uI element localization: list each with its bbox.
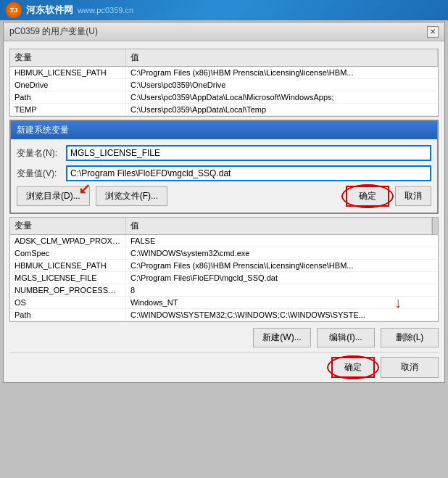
- brand-site-name: 河东软件网: [26, 4, 73, 17]
- sys-var-name: NUMBER_OF_PROCESSORS: [10, 284, 126, 296]
- sys-var-val: C:\Program Files (x86)\HBM Prenscia\Lice…: [126, 260, 438, 271]
- user-var-val: C:\Users\pc0359\OneDrive: [126, 79, 438, 91]
- edit-sys-var-button[interactable]: 编辑(I)...: [317, 328, 375, 347]
- user-var-val: C:\Users\pc0359\AppData\Local\Microsoft\…: [126, 91, 438, 103]
- var-val-row: 变量值(V):: [17, 165, 431, 181]
- table-row[interactable]: HBMUK_LICENSE_PATH C:\Program Files (x86…: [10, 260, 438, 272]
- sys-var-name: ComSpec: [10, 247, 126, 259]
- sys-vars-col-val: 值: [126, 218, 432, 234]
- sub-dialog-ok-button[interactable]: 确定: [346, 186, 389, 207]
- brand-bar: TJ 河东软件网 www.pc0359.cn: [0, 0, 448, 20]
- table-row[interactable]: TEMP C:\Users\pc0359\AppData\Local\Temp: [10, 104, 438, 116]
- table-row[interactable]: OS Windows_NT: [10, 297, 438, 309]
- sub-dialog-cancel-button[interactable]: 取消: [395, 186, 431, 206]
- sys-var-name: MGLS_LICENSE_FILE: [10, 272, 126, 284]
- sys-var-name: OS: [10, 297, 126, 308]
- main-dialog-titlebar: pC0359 的用户变量(U) ✕: [4, 22, 444, 41]
- final-cancel-button[interactable]: 取消: [381, 357, 439, 378]
- sys-var-name: HBMUK_LICENSE_PATH: [10, 260, 126, 271]
- final-ok-button[interactable]: 确定: [331, 357, 375, 378]
- user-vars-col-var: 变量: [10, 49, 126, 66]
- var-name-label: 变量名(N):: [17, 147, 60, 160]
- main-window: pC0359 的用户变量(U) ✕ 变量 值 HBMUK_LICENSE_PAT…: [3, 22, 445, 383]
- var-name-input[interactable]: [66, 145, 431, 161]
- user-var-name: HBMUK_LICENSE_PATH: [10, 67, 126, 78]
- brand-site-url: www.pc0359.cn: [78, 6, 133, 15]
- browse-dir-button[interactable]: 浏览目录(D)...: [17, 186, 90, 206]
- sub-dialog-btn-row: 浏览目录(D)... ↙ 浏览文件(F)... 确定 取消: [17, 186, 431, 207]
- user-var-name: TEMP: [10, 104, 126, 115]
- user-vars-table-body: HBMUK_LICENSE_PATH C:\Program Files (x86…: [10, 67, 438, 116]
- sys-vars-table-header: 变量 值: [10, 218, 438, 235]
- sys-var-name: ADSK_CLM_WPAD_PROXY...: [10, 235, 126, 247]
- browse-file-button[interactable]: 浏览文件(F)...: [96, 186, 167, 206]
- final-buttons-row: 确定 取消: [4, 354, 444, 382]
- sys-var-name: Path: [10, 309, 126, 321]
- user-vars-section-label: [4, 41, 444, 47]
- sys-var-val: C:\WINDOWS\system32\cmd.exe: [126, 247, 438, 259]
- new-sys-var-button[interactable]: 新建(W)...: [253, 328, 311, 347]
- sys-vars-table-body: ADSK_CLM_WPAD_PROXY... FALSE ComSpec C:\…: [10, 235, 438, 321]
- delete-sys-var-button[interactable]: 删除(L): [381, 328, 439, 347]
- new-sys-var-dialog: 新建系统变量 变量名(N): 变量值(V): 浏览目录(D)... ↙ 浏览文件…: [9, 120, 439, 214]
- var-val-input[interactable]: [66, 165, 431, 181]
- table-row[interactable]: HBMUK_LICENSE_PATH C:\Program Files (x86…: [10, 67, 438, 79]
- table-row[interactable]: ComSpec C:\WINDOWS\system32\cmd.exe: [10, 247, 438, 260]
- sys-vars-buttons: 新建(W)... 编辑(I)... 删除(L): [4, 325, 444, 350]
- sys-vars-table: 变量 值 ADSK_CLM_WPAD_PROXY... FALSE ComSpe…: [9, 217, 439, 322]
- new-sys-var-dialog-title: 新建系统变量: [11, 121, 437, 139]
- table-row[interactable]: OneDrive C:\Users\pc0359\OneDrive: [10, 79, 438, 91]
- user-var-name: Path: [10, 91, 126, 103]
- user-var-val: C:\Program Files (x86)\HBM Prenscia\Lice…: [126, 67, 438, 78]
- user-vars-table-header: 变量 值: [10, 49, 438, 67]
- user-vars-table: 变量 值 HBMUK_LICENSE_PATH C:\Program Files…: [9, 49, 439, 117]
- sys-var-val: C:\WINDOWS\SYSTEM32;C:\WINDOWS;C:\WINDOW…: [126, 309, 438, 321]
- table-row[interactable]: Path C:\WINDOWS\SYSTEM32;C:\WINDOWS;C:\W…: [10, 309, 438, 321]
- var-name-row: 变量名(N):: [17, 145, 431, 161]
- sys-var-val: C:\Program Files\FloEFD\mgcld_SSQ.dat: [126, 272, 438, 284]
- sys-vars-section: 变量 值 ADSK_CLM_WPAD_PROXY... FALSE ComSpe…: [9, 217, 439, 322]
- sys-var-val: Windows_NT: [126, 297, 438, 308]
- user-vars-col-val: 值: [126, 49, 438, 66]
- sys-vars-col-var: 变量: [10, 218, 126, 234]
- user-var-val: C:\Users\pc0359\AppData\Local\Temp: [126, 104, 438, 115]
- scrollbar[interactable]: [432, 218, 438, 234]
- main-close-button[interactable]: ✕: [427, 26, 439, 38]
- sys-var-val: 8: [126, 284, 438, 296]
- table-row[interactable]: Path C:\Users\pc0359\AppData\Local\Micro…: [10, 91, 438, 104]
- var-val-label: 变量值(V):: [17, 168, 60, 180]
- sys-var-val: FALSE: [126, 235, 438, 247]
- user-var-name: OneDrive: [10, 79, 126, 91]
- brand-logo-text: TJ: [10, 7, 18, 14]
- table-row[interactable]: NUMBER_OF_PROCESSORS 8: [10, 284, 438, 297]
- main-dialog-title: pC0359 的用户变量(U): [9, 25, 98, 38]
- brand-logo: TJ: [6, 2, 22, 18]
- table-row[interactable]: ADSK_CLM_WPAD_PROXY... FALSE: [10, 235, 438, 247]
- table-row[interactable]: MGLS_LICENSE_FILE C:\Program Files\FloEF…: [10, 272, 438, 284]
